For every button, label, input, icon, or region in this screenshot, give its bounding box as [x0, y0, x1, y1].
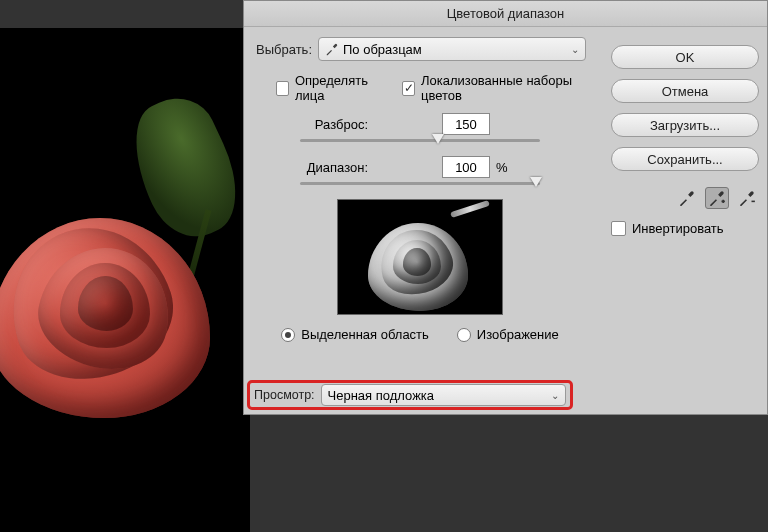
- detect-faces-checkbox[interactable]: [276, 81, 289, 96]
- preview-mode-dropdown[interactable]: Черная подложка ⌄: [321, 384, 566, 406]
- preview-mode-value: Черная подложка: [328, 388, 434, 403]
- range-label: Диапазон:: [254, 160, 376, 175]
- localized-clusters-label: Локализованные наборы цветов: [421, 73, 586, 103]
- range-slider[interactable]: [300, 182, 540, 185]
- eyedropper-minus-icon: [738, 189, 756, 207]
- rose-bloom: [0, 208, 220, 428]
- select-dropdown[interactable]: По образцам ⌄: [318, 37, 586, 61]
- preview-mode-label: Просмотр:: [254, 388, 315, 402]
- load-button[interactable]: Загрузить...: [611, 113, 759, 137]
- preview-mode-highlight: Просмотр: Черная подложка ⌄: [247, 380, 573, 410]
- color-range-dialog: Цветовой диапазон Выбрать: По образцам ⌄…: [243, 0, 768, 415]
- radio-image-label: Изображение: [477, 327, 559, 342]
- radio-image[interactable]: [457, 328, 471, 342]
- invert-checkbox[interactable]: [611, 221, 626, 236]
- radio-selection-label: Выделенная область: [301, 327, 429, 342]
- cancel-button[interactable]: Отмена: [611, 79, 759, 103]
- eyedropper-subtract-tool[interactable]: [735, 187, 759, 209]
- selection-preview: [337, 199, 503, 315]
- fuzziness-input[interactable]: [442, 113, 490, 135]
- eyedropper-plus-icon: [708, 189, 726, 207]
- range-unit: %: [496, 160, 508, 175]
- radio-selection[interactable]: [281, 328, 295, 342]
- save-button[interactable]: Сохранить...: [611, 147, 759, 171]
- fuzziness-slider[interactable]: [300, 139, 540, 142]
- select-value: По образцам: [343, 42, 422, 57]
- eyedropper-add-tool[interactable]: [705, 187, 729, 209]
- dialog-title: Цветовой диапазон: [244, 1, 767, 27]
- localized-clusters-checkbox[interactable]: [402, 81, 415, 96]
- eyedropper-icon: [325, 42, 339, 56]
- canvas-background: [0, 28, 250, 532]
- eyedropper-icon: [678, 189, 696, 207]
- range-input[interactable]: [442, 156, 490, 178]
- chevron-down-icon: ⌄: [571, 44, 579, 55]
- select-label: Выбрать:: [254, 42, 312, 57]
- ok-button[interactable]: OK: [611, 45, 759, 69]
- detect-faces-label: Определять лица: [295, 73, 384, 103]
- eyedropper-tool[interactable]: [675, 187, 699, 209]
- chevron-down-icon: ⌄: [551, 390, 559, 401]
- invert-label: Инвертировать: [632, 221, 724, 236]
- fuzziness-label: Разброс:: [254, 117, 376, 132]
